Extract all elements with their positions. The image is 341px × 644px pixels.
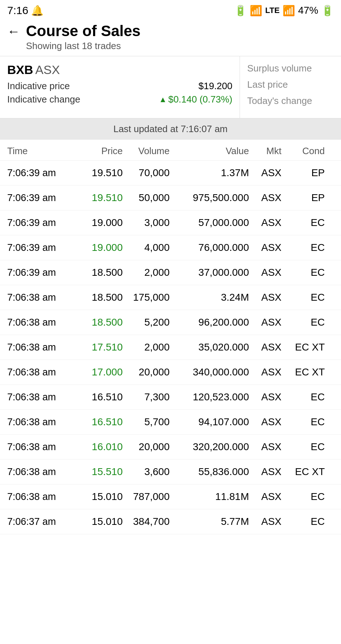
table-row: 7:06:39 am 18.500 2,000 37,000.000 ASX E… xyxy=(0,260,341,285)
cell-time: 7:06:38 am xyxy=(7,466,79,478)
cell-cond: EC xyxy=(281,317,325,328)
cell-cond: EP xyxy=(281,192,325,204)
status-bar: 7:16 🔔 🔋 📶 LTE 📶 47% 🔋 xyxy=(0,0,341,19)
cell-price: 18.500 xyxy=(79,292,123,303)
cell-mkt: ASX xyxy=(249,366,281,378)
cell-price: 19.510 xyxy=(79,192,123,204)
table-row: 7:06:37 am 15.010 384,700 5.77M ASX EC xyxy=(0,509,341,534)
cell-volume: 3,600 xyxy=(123,466,170,478)
cell-price: 19.000 xyxy=(79,217,123,229)
status-right: 🔋 📶 LTE 📶 47% 🔋 xyxy=(234,5,334,17)
col-time: Time xyxy=(7,145,79,157)
table-row: 7:06:38 am 17.510 2,000 35,020.000 ASX E… xyxy=(0,335,341,360)
cell-value: 35,020.000 xyxy=(170,341,249,353)
table-row: 7:06:38 am 16.510 5,700 94,107.000 ASX E… xyxy=(0,410,341,435)
page-subtitle: Showing last 18 trades xyxy=(26,40,140,52)
cell-cond: EC xyxy=(281,267,325,278)
cell-mkt: ASX xyxy=(249,491,281,502)
cell-volume: 4,000 xyxy=(123,242,170,253)
cell-volume: 5,200 xyxy=(123,317,170,328)
cell-cond: EC xyxy=(281,242,325,253)
cell-price: 19.510 xyxy=(79,167,123,179)
info-left-panel: BXBASX Indicative price $19.200 Indicati… xyxy=(0,56,240,118)
page-title: Course of Sales xyxy=(26,22,140,40)
cell-mkt: ASX xyxy=(249,441,281,453)
cell-volume: 3,000 xyxy=(123,217,170,229)
cell-time: 7:06:39 am xyxy=(7,167,79,179)
indicative-price-label: Indicative price xyxy=(7,80,70,92)
table-row: 7:06:38 am 15.010 787,000 11.81M ASX EC xyxy=(0,484,341,509)
status-time: 7:16 xyxy=(7,4,28,17)
cell-cond: EC xyxy=(281,217,325,229)
cell-volume: 175,000 xyxy=(123,292,170,303)
cell-price: 18.500 xyxy=(79,267,123,278)
cell-time: 7:06:38 am xyxy=(7,392,79,403)
cell-time: 7:06:38 am xyxy=(7,292,79,303)
cell-time: 7:06:38 am xyxy=(7,441,79,453)
cell-time: 7:06:38 am xyxy=(7,317,79,328)
indicative-change-row: Indicative change ▲ $0.140 (0.73%) xyxy=(7,94,232,105)
right-label-2: Last price xyxy=(247,79,334,90)
cell-price: 16.510 xyxy=(79,416,123,428)
cell-mkt: ASX xyxy=(249,217,281,229)
cell-price: 15.010 xyxy=(79,516,123,527)
table-row: 7:06:38 am 16.010 20,000 320,200.000 ASX… xyxy=(0,435,341,460)
cell-price: 15.510 xyxy=(79,466,123,478)
cell-price: 16.010 xyxy=(79,441,123,453)
status-left: 7:16 🔔 xyxy=(7,4,44,17)
cell-value: 5.77M xyxy=(170,516,249,527)
indicative-change-label: Indicative change xyxy=(7,94,80,105)
cell-time: 7:06:37 am xyxy=(7,516,79,527)
cell-mkt: ASX xyxy=(249,466,281,478)
cell-value: 320,200.000 xyxy=(170,441,249,453)
cell-value: 1.37M xyxy=(170,167,249,179)
table-row: 7:06:38 am 16.510 7,300 120,523.000 ASX … xyxy=(0,385,341,410)
cell-price: 19.000 xyxy=(79,242,123,253)
cell-volume: 787,000 xyxy=(123,491,170,502)
last-updated-bar: Last updated at 7:16:07 am xyxy=(0,118,341,140)
cell-value: 57,000.000 xyxy=(170,217,249,229)
cell-value: 11.81M xyxy=(170,491,249,502)
cell-cond: EC XT xyxy=(281,366,325,378)
cell-mkt: ASX xyxy=(249,192,281,204)
cell-mkt: ASX xyxy=(249,292,281,303)
col-mkt: Mkt xyxy=(249,145,281,157)
cell-cond: EP xyxy=(281,167,325,179)
trades-table: 7:06:39 am 19.510 70,000 1.37M ASX EP 7:… xyxy=(0,161,341,534)
cell-volume: 384,700 xyxy=(123,516,170,527)
table-row: 7:06:38 am 18.500 175,000 3.24M ASX EC xyxy=(0,285,341,310)
cell-price: 16.510 xyxy=(79,391,123,403)
cell-volume: 7,300 xyxy=(123,391,170,403)
cell-volume: 5,700 xyxy=(123,416,170,428)
cell-value: 55,836.000 xyxy=(170,466,249,478)
cell-volume: 70,000 xyxy=(123,167,170,179)
battery-icon: 🔋 xyxy=(321,5,334,17)
cell-mkt: ASX xyxy=(249,341,281,353)
table-row: 7:06:39 am 19.510 50,000 975,500.000 ASX… xyxy=(0,186,341,210)
indicative-price-row: Indicative price $19.200 xyxy=(7,80,232,92)
cell-cond: EC xyxy=(281,491,325,502)
cell-value: 340,000.000 xyxy=(170,366,249,378)
back-button[interactable]: ← xyxy=(7,24,20,39)
cell-mkt: ASX xyxy=(249,242,281,253)
cell-time: 7:06:38 am xyxy=(7,342,79,353)
header-text: Course of Sales Showing last 18 trades xyxy=(26,22,140,52)
cell-time: 7:06:39 am xyxy=(7,242,79,253)
cell-value: 120,523.000 xyxy=(170,391,249,403)
cell-cond: EC xyxy=(281,292,325,303)
cell-value: 975,500.000 xyxy=(170,192,249,204)
cell-price: 15.010 xyxy=(79,491,123,502)
cell-time: 7:06:38 am xyxy=(7,417,79,428)
right-label-1: Surplus volume xyxy=(247,63,334,74)
col-value: Value xyxy=(170,145,249,157)
table-header: Time Price Volume Value Mkt Cond xyxy=(0,140,341,161)
cell-mkt: ASX xyxy=(249,391,281,403)
cell-volume: 50,000 xyxy=(123,192,170,204)
cell-value: 37,000.000 xyxy=(170,267,249,278)
cell-mkt: ASX xyxy=(249,167,281,179)
indicative-change-value: ▲ $0.140 (0.73%) xyxy=(159,94,232,105)
cell-volume: 2,000 xyxy=(123,341,170,353)
table-row: 7:06:38 am 17.000 20,000 340,000.000 ASX… xyxy=(0,360,341,385)
cell-value: 3.24M xyxy=(170,292,249,303)
battery-charging-icon: 🔋 xyxy=(234,5,247,17)
